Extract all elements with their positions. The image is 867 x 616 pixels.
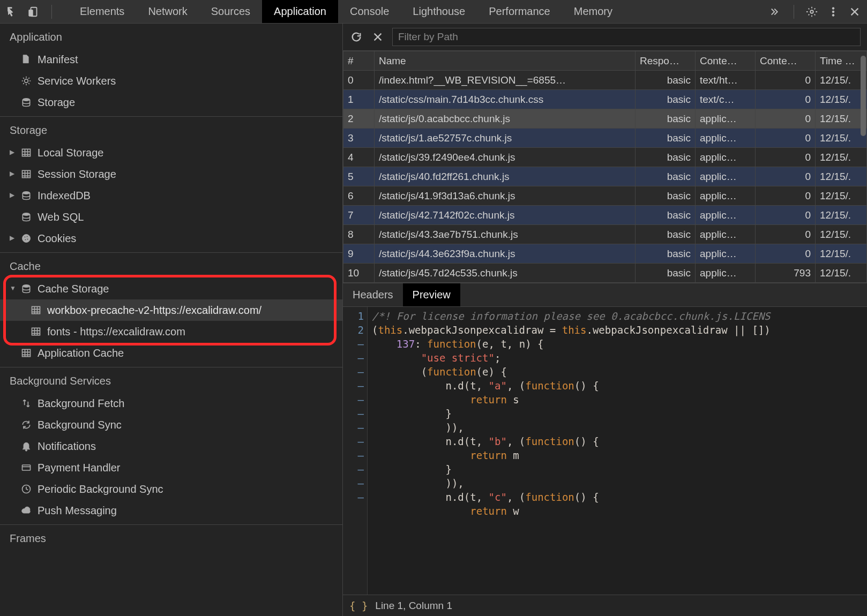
cell-name: /static/js/0.acabcbcc.chunk.js (375, 109, 636, 129)
cloud-icon (20, 505, 32, 516)
tree-item[interactable]: Payment Handler (0, 457, 342, 478)
subtab-headers[interactable]: Headers (343, 283, 403, 306)
column-header[interactable]: Time … (816, 51, 867, 71)
table-row[interactable]: 5/static/js/40.fd2ff261.chunk.jsbasicapp… (343, 167, 867, 186)
fold-marker[interactable]: — (344, 448, 364, 462)
table-row[interactable]: 0/index.html?__WB_REVISION__=6855…basict… (343, 71, 867, 90)
cell-name: /static/js/43.3ae7b751.chunk.js (375, 225, 636, 244)
table-row[interactable]: 6/static/js/41.9f3d13a6.chunk.jsbasicapp… (343, 186, 867, 206)
tree-item[interactable]: Background Sync (0, 414, 342, 435)
table-row[interactable]: 7/static/js/42.7142f02c.chunk.jsbasicapp… (343, 206, 867, 225)
separator (51, 5, 52, 19)
pretty-print-icon[interactable]: { } (349, 600, 368, 612)
tab-console[interactable]: Console (338, 0, 401, 23)
reload-icon[interactable] (349, 30, 363, 44)
filter-input[interactable] (392, 28, 861, 46)
table-row[interactable]: 4/static/js/39.f2490ee4.chunk.jsbasicapp… (343, 148, 867, 167)
cell-respo: basic (636, 206, 696, 225)
tab-application[interactable]: Application (262, 0, 338, 23)
cell-idx: 3 (343, 129, 375, 148)
tab-label: Performance (489, 5, 550, 18)
cookie-icon (20, 232, 32, 244)
inspect-element-icon[interactable] (5, 5, 19, 19)
cell-time: 12/15/. (816, 225, 867, 244)
tab-label: Memory (574, 5, 612, 18)
caret-right-icon[interactable]: ▶ (10, 233, 15, 243)
tree-item[interactable]: ▶IndexedDB (0, 185, 342, 206)
column-header[interactable]: Conte… (696, 51, 756, 71)
cell-respo: basic (636, 90, 696, 109)
tree-item[interactable]: workbox-precache-v2-https://excalidraw.c… (0, 299, 342, 321)
fold-marker[interactable]: — (344, 462, 364, 476)
tree-item[interactable]: ▶Session Storage (0, 163, 342, 185)
tree-item[interactable]: ▶Local Storage (0, 142, 342, 163)
table-row[interactable]: 1/static/css/main.7d14b3cc.chunk.cssbasi… (343, 90, 867, 109)
db-icon (20, 283, 32, 295)
db-icon (20, 96, 32, 108)
fold-marker[interactable]: — (344, 351, 364, 365)
table-row[interactable]: 10/static/js/45.7d24c535.chunk.jsbasicap… (343, 264, 867, 283)
fold-marker[interactable]: — (344, 407, 364, 420)
fold-marker[interactable]: — (344, 365, 364, 379)
cell-c1: applic… (696, 244, 756, 264)
caret-right-icon[interactable]: ▶ (10, 169, 15, 179)
tree-item[interactable]: Notifications (0, 435, 342, 457)
close-devtools-icon[interactable] (848, 5, 862, 19)
column-header[interactable]: Respo… (636, 51, 696, 71)
subtab-preview[interactable]: Preview (403, 283, 460, 306)
fold-marker[interactable]: — (344, 490, 364, 504)
fold-marker[interactable]: — (344, 337, 364, 351)
column-header[interactable]: Name (375, 51, 636, 71)
tree-item[interactable]: Push Messaging (0, 500, 342, 521)
tree-item[interactable]: Background Fetch (0, 393, 342, 414)
tree-item-label: Cookies (38, 230, 76, 247)
tree-item[interactable]: Storage (0, 92, 342, 113)
column-header[interactable]: Conte… (756, 51, 816, 71)
tree-item[interactable]: fonts - https://excalidraw.com (0, 321, 342, 342)
table-row[interactable]: 8/static/js/43.3ae7b751.chunk.jsbasicapp… (343, 225, 867, 244)
column-header[interactable]: # (343, 51, 375, 71)
fold-marker[interactable]: — (344, 420, 364, 434)
cell-c2: 0 (756, 90, 816, 109)
caret-down-icon[interactable]: ▼ (10, 283, 15, 294)
tree-item[interactable]: Web SQL (0, 206, 342, 228)
tab-performance[interactable]: Performance (477, 0, 562, 23)
fold-marker[interactable]: — (344, 393, 364, 407)
fold-marker[interactable]: — (344, 434, 364, 448)
table-row[interactable]: 3/static/js/1.ae52757c.chunk.jsbasicappl… (343, 129, 867, 148)
cell-idx: 4 (343, 148, 375, 167)
kebab-menu-icon[interactable] (826, 5, 840, 19)
cell-name: /static/js/42.7142f02c.chunk.js (375, 206, 636, 225)
delete-entry-icon[interactable] (371, 30, 385, 44)
toggle-device-icon[interactable] (27, 5, 41, 19)
tree-item[interactable]: ▼Cache Storage (0, 278, 342, 299)
settings-icon[interactable] (805, 5, 819, 19)
tree-item[interactable]: ▶Cookies (0, 228, 342, 249)
tab-sources[interactable]: Sources (199, 0, 262, 23)
cell-c1: applic… (696, 186, 756, 206)
tree-item[interactable]: Application Cache (0, 342, 342, 364)
caret-right-icon[interactable]: ▶ (10, 190, 15, 200)
more-tabs-chevron-icon[interactable] (769, 5, 783, 19)
fold-marker[interactable]: — (344, 476, 364, 490)
tree-item[interactable]: Service Workers (0, 70, 342, 92)
preview-code-editor[interactable]: 12———————————— /*! For license informati… (343, 307, 867, 595)
tab-memory[interactable]: Memory (562, 0, 624, 23)
tab-network[interactable]: Network (136, 0, 199, 23)
caret-right-icon[interactable]: ▶ (10, 147, 15, 157)
cell-time: 12/15/. (816, 206, 867, 225)
vertical-scrollbar-thumb[interactable] (861, 56, 866, 136)
tab-elements[interactable]: Elements (68, 0, 136, 23)
tree-item[interactable]: Manifest (0, 49, 342, 70)
cell-respo: basic (636, 264, 696, 283)
fold-marker[interactable]: — (344, 379, 364, 393)
application-sidebar: ApplicationManifestService WorkersStorag… (0, 24, 343, 616)
cell-idx: 1 (343, 90, 375, 109)
section-title: Cache (0, 253, 342, 278)
cell-c1: text/c… (696, 90, 756, 109)
cell-respo: basic (636, 167, 696, 186)
table-row[interactable]: 9/static/js/44.3e623f9a.chunk.jsbasicapp… (343, 244, 867, 264)
tab-lighthouse[interactable]: Lighthouse (401, 0, 477, 23)
table-row[interactable]: 2/static/js/0.acabcbcc.chunk.jsbasicappl… (343, 109, 867, 129)
tree-item[interactable]: Periodic Background Sync (0, 478, 342, 500)
